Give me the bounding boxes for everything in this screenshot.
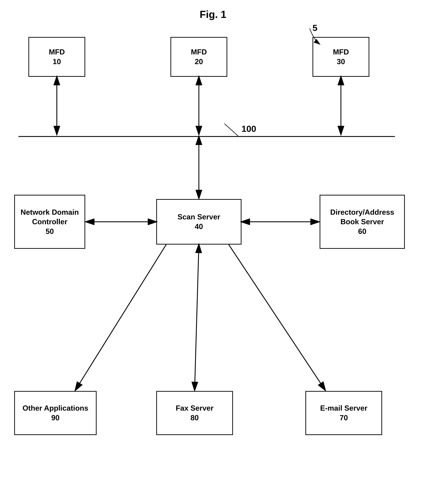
- fax-server-label: Fax Server: [176, 403, 213, 413]
- mfd10-box: MFD 10: [28, 37, 85, 77]
- email-server-box: E-mail Server 70: [305, 391, 382, 435]
- scan-server-number: 40: [195, 222, 203, 232]
- svg-line-14: [224, 124, 239, 137]
- fax-server-number: 80: [191, 413, 199, 423]
- other-apps-number: 90: [51, 413, 59, 423]
- mfd10-number: 10: [53, 57, 61, 66]
- fax-server-box: Fax Server 80: [156, 391, 233, 435]
- svg-line-13: [229, 245, 325, 390]
- other-apps-label: Other Applications: [22, 403, 88, 413]
- email-server-number: 70: [340, 413, 348, 423]
- svg-line-11: [75, 245, 166, 390]
- directory-book-number: 60: [358, 227, 366, 236]
- figure-title: Fig. 1: [199, 8, 226, 20]
- network-domain-label: Network Domain Controller: [21, 207, 79, 227]
- mfd30-box: MFD 30: [312, 37, 369, 77]
- network-domain-number: 50: [46, 227, 54, 236]
- mfd20-box: MFD 20: [170, 37, 227, 77]
- other-apps-box: Other Applications 90: [14, 391, 97, 435]
- directory-book-box: Directory/Address Book Server 60: [320, 195, 405, 249]
- mfd30-number: 30: [337, 57, 345, 66]
- email-server-label: E-mail Server: [320, 403, 367, 413]
- directory-book-label: Directory/Address Book Server: [330, 207, 394, 227]
- scan-server-label: Scan Server: [178, 212, 220, 222]
- scan-server-box: Scan Server 40: [156, 199, 241, 245]
- svg-line-12: [195, 245, 199, 390]
- mfd20-label: MFD: [191, 47, 207, 57]
- mfd20-number: 20: [195, 57, 203, 66]
- network-domain-box: Network Domain Controller 50: [14, 195, 85, 249]
- mfd30-label: MFD: [333, 47, 349, 57]
- ref-5-label: 5: [312, 23, 317, 33]
- mfd10-label: MFD: [49, 47, 65, 57]
- ref-100-label: 100: [241, 124, 256, 134]
